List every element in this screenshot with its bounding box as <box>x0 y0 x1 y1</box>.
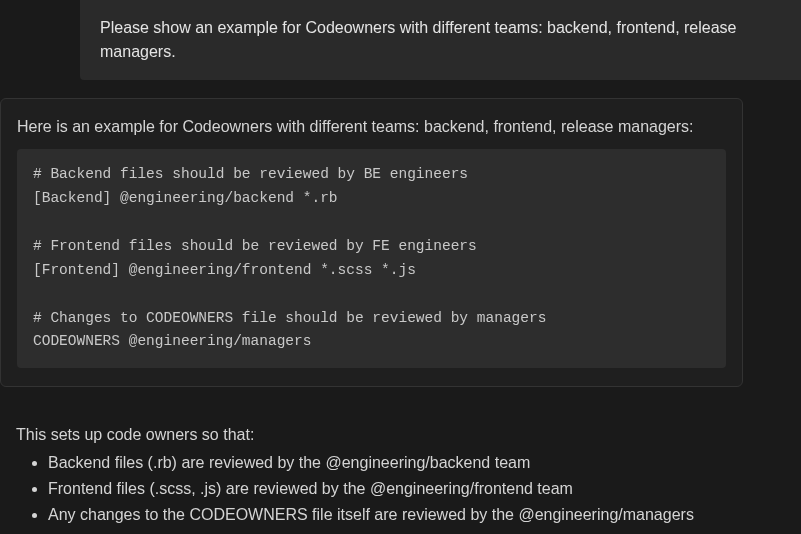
assistant-outro-text: This sets up code owners so that: <box>16 423 801 447</box>
list-item: Any changes to the CODEOWNERS file itsel… <box>48 503 801 534</box>
list-item: Backend files (.rb) are reviewed by the … <box>48 451 801 475</box>
user-message: Please show an example for Codeowners wi… <box>80 0 801 80</box>
user-prompt-text: Please show an example for Codeowners wi… <box>100 19 737 60</box>
list-item: Frontend files (.scss, .js) are reviewed… <box>48 477 801 501</box>
assistant-intro-text: Here is an example for Codeowners with d… <box>17 115 726 139</box>
bullet-list: Backend files (.rb) are reviewed by the … <box>48 451 801 534</box>
code-block[interactable]: # Backend files should be reviewed by BE… <box>17 149 726 368</box>
assistant-message: Here is an example for Codeowners with d… <box>0 98 743 387</box>
